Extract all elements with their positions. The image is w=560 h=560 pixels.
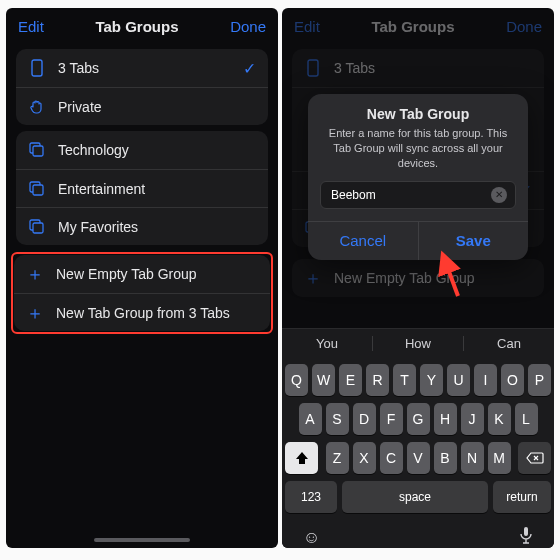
svg-rect-7 bbox=[308, 60, 318, 76]
letter-key[interactable]: B bbox=[434, 442, 457, 474]
action-label: New Tab Group from 3 Tabs bbox=[56, 305, 230, 321]
tabgroup-icon bbox=[28, 218, 46, 236]
cancel-button[interactable]: Cancel bbox=[308, 222, 418, 260]
letter-key[interactable]: Q bbox=[285, 364, 308, 396]
checkmark-icon: ✓ bbox=[243, 59, 256, 78]
prediction[interactable]: Can bbox=[463, 336, 554, 351]
highlighted-actions: ＋ New Empty Tab Group ＋ New Tab Group fr… bbox=[14, 255, 270, 331]
letter-key[interactable]: T bbox=[393, 364, 416, 396]
edit-button[interactable]: Edit bbox=[294, 18, 320, 35]
letter-key[interactable]: O bbox=[501, 364, 524, 396]
action-new-empty[interactable]: ＋ New Empty Tab Group bbox=[14, 255, 270, 293]
navbar: Edit Tab Groups Done bbox=[282, 8, 554, 43]
letter-key[interactable]: N bbox=[461, 442, 484, 474]
plus-icon: ＋ bbox=[26, 301, 44, 325]
letter-key[interactable]: Y bbox=[420, 364, 443, 396]
letter-key[interactable]: U bbox=[447, 364, 470, 396]
plus-icon: ＋ bbox=[26, 262, 44, 286]
prediction[interactable]: How bbox=[372, 336, 463, 351]
group-item[interactable]: Entertainment bbox=[16, 169, 268, 207]
action-label: New Empty Tab Group bbox=[56, 266, 197, 282]
group-label: Technology bbox=[58, 142, 129, 158]
svg-rect-6 bbox=[33, 223, 43, 233]
dictation-key[interactable] bbox=[519, 526, 533, 548]
clear-icon[interactable]: ✕ bbox=[491, 187, 507, 203]
device-icon bbox=[304, 59, 322, 77]
letter-key[interactable]: P bbox=[528, 364, 551, 396]
numeric-key[interactable]: 123 bbox=[285, 481, 337, 513]
tabgroup-icon bbox=[28, 141, 46, 159]
done-button[interactable]: Done bbox=[230, 18, 266, 35]
action-new-empty: ＋ New Empty Tab Group bbox=[292, 259, 544, 297]
svg-rect-4 bbox=[33, 185, 43, 195]
keyboard[interactable]: QWERTYUIOP ASDFGHJKL ZXCVBNM 123 space r… bbox=[282, 358, 554, 548]
svg-rect-2 bbox=[33, 146, 43, 156]
letter-key[interactable]: V bbox=[407, 442, 430, 474]
group-label: My Favorites bbox=[58, 219, 138, 235]
navbar: Edit Tab Groups Done bbox=[6, 8, 278, 43]
letter-key[interactable]: D bbox=[353, 403, 376, 435]
new-tabgroup-alert: New Tab Group Enter a name for this tab … bbox=[308, 94, 528, 260]
edit-button[interactable]: Edit bbox=[18, 18, 44, 35]
section-groups: Technology Entertainment My Favorites bbox=[16, 131, 268, 245]
hand-icon bbox=[28, 98, 46, 116]
action-new-from-tabs[interactable]: ＋ New Tab Group from 3 Tabs bbox=[14, 293, 270, 331]
svg-rect-10 bbox=[524, 527, 528, 536]
letter-key[interactable]: R bbox=[366, 364, 389, 396]
letter-key[interactable]: H bbox=[434, 403, 457, 435]
private-label: Private bbox=[58, 99, 256, 115]
row-private[interactable]: Private bbox=[16, 87, 268, 125]
name-input[interactable] bbox=[329, 187, 491, 203]
page-title: Tab Groups bbox=[371, 18, 454, 35]
screenshot-left: Edit Tab Groups Done 3 Tabs ✓ Private bbox=[6, 8, 278, 548]
group-item[interactable]: My Favorites bbox=[16, 207, 268, 245]
letter-key[interactable]: J bbox=[461, 403, 484, 435]
letter-key[interactable]: S bbox=[326, 403, 349, 435]
alert-message: Enter a name for this tab group. This Ta… bbox=[308, 126, 528, 181]
emoji-key[interactable]: ☺ bbox=[303, 528, 320, 548]
save-button[interactable]: Save bbox=[418, 222, 529, 260]
letter-key[interactable]: I bbox=[474, 364, 497, 396]
letter-key[interactable]: L bbox=[515, 403, 538, 435]
tabs-label: 3 Tabs bbox=[58, 60, 231, 76]
row-tabs: 3 Tabs bbox=[292, 49, 544, 87]
shift-key[interactable] bbox=[285, 442, 318, 474]
prediction[interactable]: You bbox=[282, 336, 372, 351]
return-key[interactable]: return bbox=[493, 481, 551, 513]
letter-key[interactable]: C bbox=[380, 442, 403, 474]
done-button[interactable]: Done bbox=[506, 18, 542, 35]
tabgroup-icon bbox=[28, 180, 46, 198]
plus-icon: ＋ bbox=[304, 266, 322, 290]
letter-key[interactable]: Z bbox=[326, 442, 349, 474]
letter-key[interactable]: W bbox=[312, 364, 335, 396]
section-windows: 3 Tabs ✓ Private bbox=[16, 49, 268, 125]
alert-title: New Tab Group bbox=[308, 94, 528, 126]
backspace-key[interactable] bbox=[518, 442, 551, 474]
screenshot-right: Edit Tab Groups Done 3 Tabs ✓ bbox=[282, 8, 554, 548]
page-title: Tab Groups bbox=[95, 18, 178, 35]
space-key[interactable]: space bbox=[342, 481, 488, 513]
device-icon bbox=[28, 59, 46, 77]
letter-key[interactable]: E bbox=[339, 364, 362, 396]
svg-rect-0 bbox=[32, 60, 42, 76]
letter-key[interactable]: K bbox=[488, 403, 511, 435]
letter-key[interactable]: F bbox=[380, 403, 403, 435]
letter-key[interactable]: M bbox=[488, 442, 511, 474]
name-field[interactable]: ✕ bbox=[320, 181, 516, 209]
home-indicator bbox=[94, 538, 190, 542]
letter-key[interactable]: X bbox=[353, 442, 376, 474]
letter-key[interactable]: G bbox=[407, 403, 430, 435]
predictive-row[interactable]: You How Can bbox=[282, 328, 554, 358]
row-tabs[interactable]: 3 Tabs ✓ bbox=[16, 49, 268, 87]
group-item[interactable]: Technology bbox=[16, 131, 268, 169]
group-label: Entertainment bbox=[58, 181, 145, 197]
letter-key[interactable]: A bbox=[299, 403, 322, 435]
